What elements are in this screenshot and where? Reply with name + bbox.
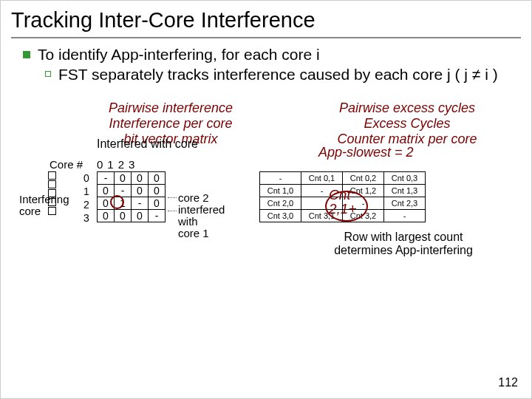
cell: Cnt 0,1 <box>301 172 343 185</box>
cell: - <box>132 197 149 210</box>
col-headers: 0123 <box>97 158 139 171</box>
dotted-arrow-icon <box>168 211 177 211</box>
cell: 0 <box>132 210 149 222</box>
col-h: 2 <box>118 158 129 171</box>
bullet-level1: To identify App-interfering, for each co… <box>23 46 509 64</box>
title-underline <box>11 37 521 38</box>
col-h: 0 <box>97 158 107 171</box>
row-caption: Row with largest countdetermines App-int… <box>296 231 511 257</box>
core-header: Core # <box>50 158 83 171</box>
bullet-square-icon <box>23 51 30 58</box>
core-header-prefix: Core # <box>50 158 83 171</box>
bullet-level2: FST separately tracks interference cause… <box>45 65 509 84</box>
page-number: 112 <box>498 376 518 389</box>
dotted-arrow-icon <box>168 197 177 198</box>
cell: 0 <box>132 185 149 197</box>
cell: Cnt 2,3 <box>384 197 426 210</box>
row-id: 0 <box>83 171 89 185</box>
cell: 0 <box>98 210 115 222</box>
cell: 0 <box>132 172 149 185</box>
box-icon <box>48 180 56 188</box>
diagram-area: Pairwise interferenceInterference per co… <box>23 100 509 293</box>
bullet-hollow-square-icon <box>45 71 51 77</box>
cell: 0 <box>149 197 166 210</box>
cell: Cnt 1,3 <box>384 185 426 197</box>
cell: 0 <box>149 172 166 185</box>
cell: - <box>260 172 301 185</box>
interfered-caption: Interfered with core <box>97 137 198 151</box>
cell: Cnt 3,0 <box>260 210 301 222</box>
col-h: 1 <box>107 158 117 171</box>
col-h: 3 <box>129 158 139 171</box>
annotation-text: core 2interferedwithcore 1 <box>178 192 225 239</box>
row-id: 3 <box>83 211 89 225</box>
cell: Cnt 0,3 <box>384 172 426 185</box>
interfering-core-label: Interferingcore <box>19 194 69 217</box>
cell: - <box>149 210 166 222</box>
cell: Cnt 1,0 <box>260 185 301 197</box>
bit-matrix: -000 0-00 01-0 000- <box>97 171 166 222</box>
bullet2-text: FST separately tracks interference cause… <box>58 65 498 84</box>
cell: Cnt 0,2 <box>343 172 384 185</box>
content-area: To identify App-interfering, for each co… <box>1 46 531 293</box>
cell: - <box>98 172 115 185</box>
cell: 0 <box>149 185 166 197</box>
cell: 0 <box>115 172 132 185</box>
row-id: 1 <box>83 185 89 198</box>
box-icon <box>48 171 56 180</box>
row-id: 2 <box>83 198 89 211</box>
app-slowest-label: App-slowest = 2 <box>318 145 414 160</box>
right-matrix-label: Pairwise excess cyclesExcess CyclesCount… <box>304 100 511 146</box>
cell: Cnt 2,0 <box>260 197 301 210</box>
cell: 0 <box>98 185 115 197</box>
row-ids: 0 1 2 3 <box>83 171 89 225</box>
circle-highlight-icon <box>325 191 368 222</box>
slide-title: Tracking Inter-Core Interference <box>1 1 531 37</box>
cell: - <box>384 210 426 222</box>
bullet1-text: To identify App-interfering, for each co… <box>38 46 320 64</box>
cell: 0 <box>115 210 132 222</box>
